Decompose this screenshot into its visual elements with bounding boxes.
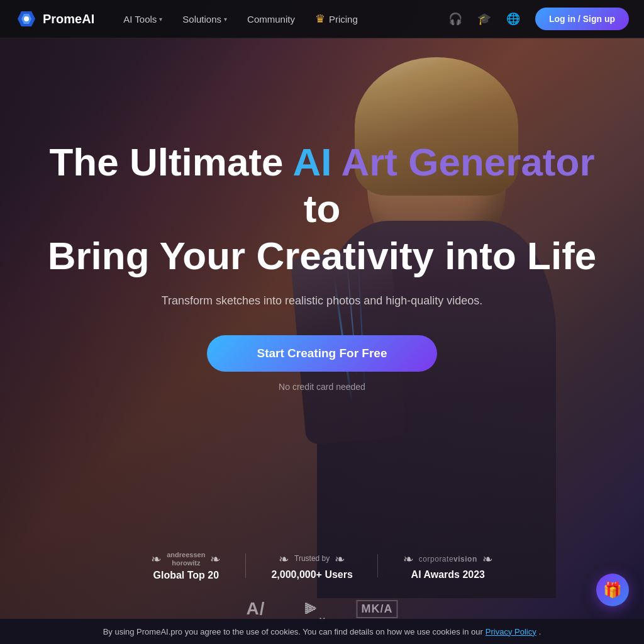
laurel-left-3-icon: ❧ <box>403 552 414 567</box>
award-users: ❧ Trusted by ❧ 2,000,000+ Users <box>246 552 377 580</box>
graduate-button[interactable]: 🎓 <box>472 7 496 31</box>
nav-ai-tools[interactable]: AI Tools ▾ <box>114 9 171 30</box>
award-laurels-3: ❧ corporatevision ❧ <box>403 552 493 567</box>
nav-community[interactable]: Community <box>238 9 304 30</box>
brand-name: PromeAI <box>43 12 94 26</box>
partner-mk: MK/A <box>357 600 398 618</box>
award-sub-2: Trusted by <box>294 554 330 563</box>
award-laurels-2: ❧ Trusted by ❧ <box>279 552 345 567</box>
award-main-2: 2,000,000+ Users <box>271 569 352 580</box>
login-button[interactable]: Log in / Sign up <box>535 8 629 30</box>
cta-button[interactable]: Start Creating For Free <box>207 335 438 372</box>
laurel-right-icon: ❧ <box>210 552 221 567</box>
award-global-top: ❧ andreessenhorowitz ❧ Global Top 20 <box>126 551 246 581</box>
awards-bar: ❧ andreessenhorowitz ❧ Global Top 20 ❧ T… <box>0 551 644 581</box>
award-corporate: ❧ corporatevision ❧ AI Awards 2023 <box>378 552 518 580</box>
logo-icon <box>15 8 38 30</box>
award-main-1: Global Top 20 <box>153 570 219 581</box>
navbar: PromeAI AI Tools ▾ Solutions ▾ Community… <box>0 0 644 38</box>
logo[interactable]: PromeAI <box>15 8 94 30</box>
hero-content: The Ultimate AI Art Generator toBring Yo… <box>0 38 644 430</box>
laurel-left-icon: ❧ <box>151 552 162 567</box>
crown-icon: ♛ <box>315 12 325 26</box>
nav-links: AI Tools ▾ Solutions ▾ Community ♛ Prici… <box>114 7 443 31</box>
privacy-policy-link[interactable]: Privacy Policy <box>486 627 536 636</box>
nav-solutions[interactable]: Solutions ▾ <box>174 9 236 30</box>
award-main-3: AI Awards 2023 <box>411 569 485 580</box>
cookie-period: . <box>539 627 541 636</box>
laurel-right-3-icon: ❧ <box>482 552 493 567</box>
cookie-bar: By using PromeAI.pro you agree to the us… <box>0 619 644 644</box>
chevron-down-icon: ▾ <box>159 16 162 23</box>
globe-button[interactable]: 🌐 <box>501 7 525 31</box>
hero-title: The Ultimate AI Art Generator toBring Yo… <box>45 139 599 279</box>
laurel-left-2-icon: ❧ <box>279 552 289 567</box>
chevron-down-icon: ▾ <box>224 16 227 23</box>
partner-adobe: A/ <box>247 599 265 619</box>
headset-button[interactable]: 🎧 <box>443 7 467 31</box>
no-credit-text: No credit card needed <box>279 382 365 392</box>
award-laurels-1: ❧ andreessenhorowitz ❧ <box>151 551 221 567</box>
svg-point-2 <box>24 16 29 21</box>
hero-subtitle: Transform sketches into realistic photos… <box>162 294 483 308</box>
nav-icon-group: 🎧 🎓 🌐 Log in / Sign up <box>443 7 629 31</box>
gift-button[interactable]: 🎁 <box>596 574 629 606</box>
cookie-text: By using PromeAI.pro you agree to the us… <box>103 627 483 636</box>
laurel-right-2-icon: ❧ <box>335 552 345 567</box>
nav-pricing[interactable]: ♛ Pricing <box>306 7 367 31</box>
